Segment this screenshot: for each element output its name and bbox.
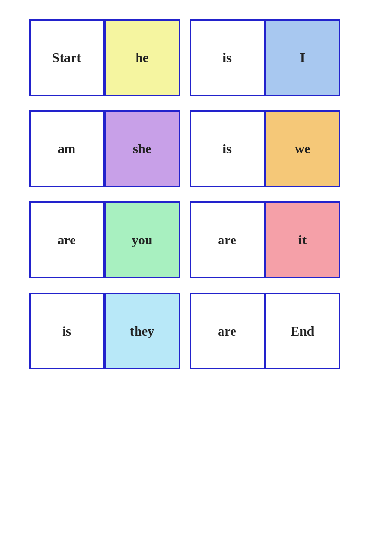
cell-3-1-1: End: [265, 294, 339, 368]
cell-3-0-0: is: [31, 294, 105, 368]
group-0-1: isI: [190, 19, 340, 96]
cell-1-1-1: we: [265, 112, 339, 186]
cell-3-0-1: they: [105, 294, 179, 368]
page: StartheisIamsheisweareyouareitistheyareE…: [29, 19, 363, 369]
cell-1-0-1: she: [105, 112, 179, 186]
cell-0-1-1: I: [265, 21, 339, 95]
group-3-0: isthey: [29, 293, 180, 369]
cell-0-0-1: he: [105, 21, 179, 95]
group-1-1: iswe: [190, 110, 340, 187]
row-3: istheyareEnd: [29, 293, 363, 369]
group-2-0: areyou: [29, 201, 180, 278]
cell-1-1-0: is: [191, 112, 265, 186]
cell-3-1-0: are: [191, 294, 265, 368]
cell-2-0-1: you: [105, 203, 179, 277]
cell-2-1-1: it: [265, 203, 339, 277]
row-2: areyouareit: [29, 201, 363, 278]
group-1-0: amshe: [29, 110, 180, 187]
cell-1-0-0: am: [31, 112, 105, 186]
group-2-1: areit: [190, 201, 340, 278]
row-1: amsheiswe: [29, 110, 363, 187]
row-0: StartheisI: [29, 19, 363, 96]
group-3-1: areEnd: [190, 293, 340, 369]
cell-2-1-0: are: [191, 203, 265, 277]
cell-2-0-0: are: [31, 203, 105, 277]
group-0-0: Starthe: [29, 19, 180, 96]
cell-0-0-0: Start: [31, 21, 105, 95]
cell-0-1-0: is: [191, 21, 265, 95]
